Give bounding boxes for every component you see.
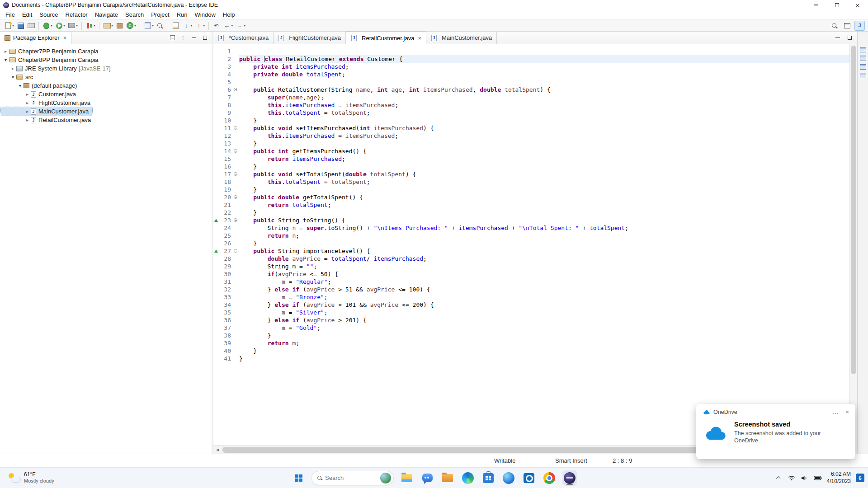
fold-collapse-icon[interactable]: [234, 195, 237, 199]
menu-navigate[interactable]: Navigate: [91, 10, 122, 19]
chevron-collapsed-icon[interactable]: ▸: [24, 109, 30, 114]
tree-item-maincustomer-java[interactable]: ▸MainCustomer.java: [1, 107, 92, 116]
code-line-12[interactable]: 12 this.itemsPurchased = itemsPurchased;: [213, 132, 849, 140]
close-tab-icon[interactable]: ×: [418, 35, 421, 42]
minimized-view-icon[interactable]: [860, 64, 866, 70]
code-line-16[interactable]: 16 }: [213, 163, 849, 170]
maximize-window-button[interactable]: [826, 0, 847, 10]
toolbar-new-wizard-button[interactable]: ▾: [3, 21, 15, 30]
code-line-5[interactable]: 5: [213, 78, 849, 86]
code-line-4[interactable]: 4 private double totalSpent;: [213, 70, 849, 78]
chrome-taskbar-button[interactable]: [542, 470, 557, 486]
tree-item-jre-system-library[interactable]: ▸JRE System Library[JavaSE-17]: [1, 64, 114, 73]
fold-collapse-icon[interactable]: [234, 88, 237, 91]
tree-item-chapter7pp-benjamin-carapia[interactable]: ▸Chapter7PP Benjamin Carapia: [1, 47, 102, 56]
code-line-28[interactable]: 28 double avgPrice = totalSpent/ itemsPu…: [213, 255, 849, 263]
file-explorer-taskbar-button[interactable]: [400, 470, 414, 486]
toolbar-search-button[interactable]: [830, 21, 840, 30]
menu-search[interactable]: Search: [122, 10, 147, 19]
menu-source[interactable]: Source: [36, 10, 61, 19]
toolbar-back-button[interactable]: ▾: [222, 21, 234, 30]
chevron-collapsed-icon[interactable]: ▸: [3, 49, 9, 54]
tab-flightcustomer-java[interactable]: FlightCustomer.java: [274, 32, 346, 44]
toolbar-prev-annotation-button[interactable]: ▾: [194, 21, 206, 30]
battery-icon[interactable]: [814, 474, 822, 482]
eclipse-taskbar-button[interactable]: [562, 470, 577, 486]
vertical-scrollbar[interactable]: [849, 44, 857, 445]
tree-item-flightcustomer-java[interactable]: ▸FlightCustomer.java: [1, 99, 94, 107]
tab-maincustomer-java[interactable]: MainCustomer.java: [426, 32, 497, 44]
chevron-expanded-icon[interactable]: ▾: [10, 75, 16, 80]
chevron-collapsed-icon[interactable]: ▸: [24, 92, 30, 97]
toolbar-java-perspective-button[interactable]: [854, 21, 865, 31]
tree-item-default-package[interactable]: ▾(default package): [1, 81, 80, 90]
chevron-expanded-icon[interactable]: ▾: [17, 83, 23, 88]
minimized-view-icon[interactable]: [860, 47, 866, 52]
tab-customer-java[interactable]: *Customer.java: [213, 32, 274, 44]
wifi-icon[interactable]: [788, 474, 796, 482]
menu-help[interactable]: Help: [219, 10, 239, 19]
tree-item-retailcustomer-java[interactable]: ▸RetailCustomer.java: [1, 116, 94, 124]
code-line-34[interactable]: 34 } else if (avgPrice > 101 && avgPrice…: [213, 301, 849, 309]
code-line-10[interactable]: 10 }: [213, 117, 849, 124]
vertical-scrollbar-thumb[interactable]: [851, 46, 856, 374]
menu-refactor[interactable]: Refactor: [62, 10, 91, 19]
toolbar-next-annotation-button[interactable]: ▾: [181, 21, 193, 30]
chevron-collapsed-icon[interactable]: ▸: [24, 100, 30, 105]
toolbar-last-edit-location-button[interactable]: [212, 21, 221, 30]
bing-taskbar-button[interactable]: [501, 470, 516, 486]
package-explorer-tab[interactable]: Package Explorer ×: [0, 32, 71, 44]
notification-more-button[interactable]: …: [832, 408, 838, 415]
toolbar-debug-button[interactable]: ▾: [42, 21, 53, 30]
toolbar-open-task-button[interactable]: ▾: [143, 21, 155, 30]
code-line-8[interactable]: 8 this.itemsPurchased = itemsPurchased;: [213, 101, 849, 109]
minimized-view-icon[interactable]: [860, 73, 866, 78]
code-line-29[interactable]: 29 String m = "";: [213, 263, 849, 270]
toolbar-run-external-button[interactable]: ▾: [67, 21, 79, 30]
code-line-14[interactable]: 14 public int getItemsPurchased() {: [213, 147, 849, 155]
toolbar-new-package-button[interactable]: [115, 21, 124, 30]
menu-edit[interactable]: Edit: [19, 10, 36, 19]
minimized-view-icon[interactable]: [860, 56, 866, 61]
code-editor[interactable]: 12public class RetailCustomer extends Cu…: [213, 44, 849, 445]
store-taskbar-button[interactable]: [481, 470, 495, 486]
chevron-collapsed-icon[interactable]: ▸: [10, 66, 16, 71]
menu-run[interactable]: Run: [173, 10, 191, 19]
code-line-23[interactable]: 23 public String toString() {: [213, 216, 849, 224]
toolbar-save-button[interactable]: [16, 21, 25, 30]
code-line-37[interactable]: 37 m = "Gold";: [213, 324, 849, 332]
code-line-41[interactable]: 41}: [213, 355, 849, 362]
folder-taskbar-button[interactable]: [440, 470, 455, 486]
toolbar-open-perspective-button[interactable]: [842, 21, 852, 30]
start-button[interactable]: [291, 470, 306, 486]
code-line-15[interactable]: 15 return itemsPurchased;: [213, 155, 849, 163]
code-line-40[interactable]: 40 }: [213, 347, 849, 355]
scroll-left-icon[interactable]: ◀: [213, 448, 222, 452]
tree-item-src[interactable]: ▾src: [1, 73, 37, 81]
code-line-1[interactable]: 1: [213, 47, 849, 55]
code-line-22[interactable]: 22 }: [213, 209, 849, 216]
code-line-11[interactable]: 11 public void setItemsPurchased(int ite…: [213, 124, 849, 132]
menu-window[interactable]: Window: [191, 10, 219, 19]
chevron-expanded-icon[interactable]: ▾: [3, 57, 9, 62]
search-input[interactable]: [325, 474, 377, 481]
code-line-39[interactable]: 39 return m;: [213, 339, 849, 347]
close-view-icon[interactable]: ×: [63, 34, 67, 41]
code-line-20[interactable]: 20 public double getTotalSpent() {: [213, 193, 849, 201]
chevron-collapsed-icon[interactable]: ▸: [24, 117, 30, 122]
code-line-26[interactable]: 26 }: [213, 239, 849, 247]
edge-taskbar-button[interactable]: [461, 470, 475, 486]
teams-chat-taskbar-button[interactable]: [420, 470, 434, 486]
volume-icon[interactable]: [801, 474, 809, 482]
fold-collapse-icon[interactable]: [234, 218, 237, 222]
code-line-36[interactable]: 36 } else if (avgPrice > 201) {: [213, 316, 849, 324]
code-line-13[interactable]: 13 }: [213, 140, 849, 147]
fold-collapse-icon[interactable]: [234, 249, 237, 253]
code-line-21[interactable]: 21 return totalSpent;: [213, 201, 849, 209]
code-line-25[interactable]: 25 return n;: [213, 232, 849, 239]
code-line-9[interactable]: 9 this.totalSpent = totalSpent;: [213, 109, 849, 117]
notification-close-button[interactable]: ×: [845, 408, 849, 415]
maximize-editor-button[interactable]: [846, 35, 853, 41]
code-line-38[interactable]: 38 }: [213, 332, 849, 339]
code-line-3[interactable]: 3 private int itemsPurchased;: [213, 63, 849, 70]
